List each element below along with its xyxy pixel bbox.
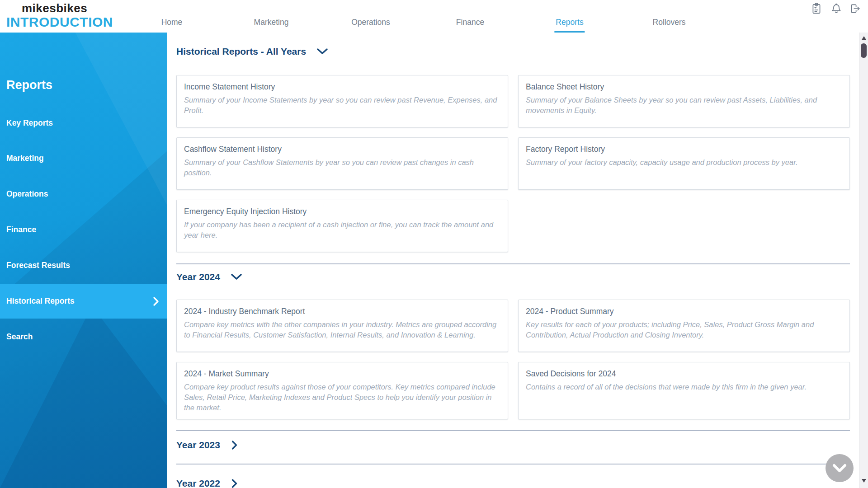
nav-item-finance[interactable]: Finance — [455, 17, 486, 31]
chevron-down-icon — [317, 48, 328, 55]
sidebar-item-finance[interactable]: Finance — [6, 225, 36, 235]
card-description: Contains a record of all of the decision… — [526, 382, 842, 392]
section-header-year-2022[interactable]: Year 2022 — [176, 477, 850, 488]
down-triangle-icon — [862, 479, 866, 483]
scrollbar-down-arrow[interactable] — [859, 478, 868, 485]
card-title: 2024 - Product Summary — [526, 306, 842, 317]
section-title: Historical Reports - All Years — [176, 46, 306, 57]
card-description: Summary of your Balance Sheets by year s… — [526, 95, 842, 116]
report-card-cashflow-statement-history[interactable]: Cashflow Statement History Summary of yo… — [176, 137, 508, 190]
tasks-clipboard-icon — [811, 3, 822, 14]
report-card-balance-sheet-history[interactable]: Balance Sheet History Summary of your Ba… — [518, 75, 850, 127]
card-description: Key results for each of your products; i… — [526, 319, 842, 340]
nav-item-home[interactable]: Home — [160, 17, 184, 31]
section-header-all-years[interactable]: Historical Reports - All Years — [176, 45, 850, 58]
chevron-down-icon — [231, 273, 242, 281]
card-description: Summary of your Income Statements by yea… — [184, 95, 500, 116]
scrollbar-up-arrow[interactable] — [859, 34, 868, 42]
chevron-right-icon — [231, 479, 238, 488]
nav-item-rollovers[interactable]: Rollovers — [651, 17, 687, 31]
sidebar-item-historical-reports[interactable]: Historical Reports — [0, 284, 167, 319]
report-card-2024-market-summary[interactable]: 2024 - Market Summary Compare key produc… — [176, 362, 508, 419]
main-content: Historical Reports - All Years Income St… — [167, 33, 859, 488]
scrollbar-thumb[interactable] — [861, 43, 867, 58]
section-title: Year 2023 — [176, 440, 220, 450]
card-title: Cashflow Statement History — [184, 144, 500, 155]
chevron-right-icon — [153, 296, 159, 306]
logo-line1: mikesbikes — [22, 2, 113, 14]
nav-item-marketing[interactable]: Marketing — [253, 17, 290, 31]
card-title: 2024 - Industry Benchmark Report — [184, 306, 500, 317]
card-title: 2024 - Market Summary — [184, 368, 500, 379]
tasks-button[interactable] — [810, 3, 823, 15]
report-card-emergency-equity-injection-history[interactable]: Emergency Equity Injection History If yo… — [176, 200, 508, 252]
sidebar-item-forecast-results[interactable]: Forecast Results — [6, 260, 70, 270]
card-description: If your company has been a recipient of … — [184, 220, 500, 240]
app-header: mikesbikes INTRODUCTION Home Marketing O… — [0, 0, 868, 33]
sidebar-item-operations[interactable]: Operations — [6, 189, 48, 199]
chevron-down-icon — [832, 463, 847, 474]
nav-item-reports[interactable]: Reports — [554, 17, 585, 33]
sidebar-item-marketing[interactable]: Marketing — [6, 153, 44, 163]
report-card-2024-industry-benchmark-report[interactable]: 2024 - Industry Benchmark Report Compare… — [176, 300, 508, 352]
app-logo: mikesbikes INTRODUCTION — [6, 2, 113, 29]
chevron-right-icon — [231, 440, 238, 450]
card-description: Compare key metrics with the other compa… — [184, 319, 500, 340]
card-title: Balance Sheet History — [526, 81, 842, 92]
sidebar: Reports Key Reports Marketing Operations… — [0, 33, 167, 488]
card-description: Summary of your factory capacity, capaci… — [526, 157, 842, 168]
section-title: Year 2022 — [176, 478, 220, 488]
card-title: Emergency Equity Injection History — [184, 206, 500, 217]
card-title: Factory Report History — [526, 144, 842, 155]
card-title: Saved Decisions for 2024 — [526, 368, 842, 379]
card-title: Income Statement History — [184, 81, 500, 92]
section-divider — [176, 263, 850, 264]
section-divider — [176, 430, 850, 431]
card-grid-all-years: Income Statement History Summary of your… — [176, 75, 850, 252]
sidebar-item-search[interactable]: Search — [6, 332, 33, 342]
sidebar-item-key-reports[interactable]: Key Reports — [6, 118, 53, 128]
up-triangle-icon — [862, 36, 866, 40]
notifications-button[interactable] — [830, 3, 843, 15]
section-divider — [176, 464, 850, 465]
logo-line2: INTRODUCTION — [6, 15, 113, 29]
section-header-year-2023[interactable]: Year 2023 — [176, 439, 850, 451]
scroll-down-fab[interactable] — [826, 454, 854, 482]
report-card-income-statement-history[interactable]: Income Statement History Summary of your… — [176, 75, 508, 127]
section-title: Year 2024 — [176, 272, 220, 282]
notifications-bell-icon — [830, 3, 842, 14]
card-grid-year-2024: 2024 - Industry Benchmark Report Compare… — [176, 300, 850, 419]
sign-out-icon — [849, 3, 861, 14]
vertical-scrollbar[interactable] — [859, 33, 868, 488]
nav-item-operations[interactable]: Operations — [350, 17, 392, 31]
sidebar-heading: Reports — [6, 78, 52, 92]
report-card-factory-report-history[interactable]: Factory Report History Summary of your f… — [518, 137, 850, 190]
card-description: Summary of your Cashflow Statements by y… — [184, 157, 500, 178]
sidebar-item-label: Historical Reports — [6, 296, 75, 306]
report-card-2024-product-summary[interactable]: 2024 - Product Summary Key results for e… — [518, 300, 850, 352]
report-card-saved-decisions-for-2024[interactable]: Saved Decisions for 2024 Contains a reco… — [518, 362, 850, 419]
card-description: Compare key product results against thos… — [184, 382, 500, 413]
sign-out-button[interactable] — [849, 3, 862, 15]
section-header-year-2024[interactable]: Year 2024 — [176, 271, 850, 283]
